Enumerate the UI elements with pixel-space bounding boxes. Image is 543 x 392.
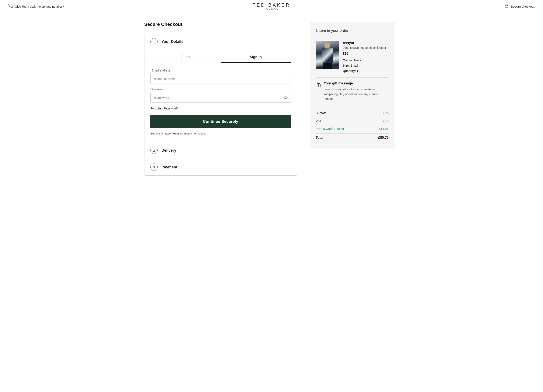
promo-value: £14.25: [379, 127, 389, 131]
step-2-card: 2 Delivery: [144, 142, 297, 159]
gift-title: Your gift message: [324, 81, 389, 85]
secure-checkout-text: Secure checkout: [511, 5, 535, 8]
privacy-policy-link[interactable]: Privacy Policy: [161, 132, 180, 135]
step-1-label: Your Details: [161, 40, 183, 44]
password-wrapper: [150, 93, 291, 103]
svg-point-2: [285, 97, 286, 97]
step-1-content: Guest Sign In *Email address *Password: [144, 50, 297, 142]
gift-section: Your gift message Lorem ipsum dolor sit …: [316, 81, 389, 101]
step-3-header: 3 Payment: [144, 159, 297, 176]
promo-label: Promo Code (-15%): [316, 127, 344, 131]
product-price: £95: [343, 52, 389, 56]
privacy-prefix: See our: [150, 132, 161, 135]
tab-guest[interactable]: Guest: [150, 52, 221, 63]
divider-2: [316, 77, 389, 78]
email-input[interactable]: [150, 74, 291, 84]
divider-1: [316, 37, 389, 37]
step-1-number: 1: [150, 38, 158, 45]
email-group: *Email address: [150, 69, 291, 84]
divider-3: [316, 105, 389, 105]
password-toggle-icon[interactable]: [283, 96, 288, 100]
step-2-label: Delivery: [161, 148, 176, 153]
tab-signin[interactable]: Sign In: [221, 52, 291, 63]
quantity-value: 1: [356, 69, 358, 73]
subtotal-label: Subtotal: [316, 111, 327, 115]
product-info: Assynt Long sleeve house check jumper £9…: [343, 41, 389, 74]
privacy-suffix: for more information.: [180, 132, 206, 135]
colour-label: Colour:: [343, 58, 353, 62]
step-3-number: 3: [150, 164, 158, 171]
subtotal-value: £76: [383, 111, 389, 115]
product-row: Assynt Long sleeve house check jumper £9…: [316, 41, 389, 74]
vat-row: VAT £19: [316, 117, 389, 125]
brand-name: TED BAKER: [253, 2, 291, 8]
forgot-password-link[interactable]: Forgotten Password?: [150, 107, 179, 110]
header-phone[interactable]: Give Ted a Call: <telephone number>: [8, 4, 64, 9]
brand-logo: TED BAKER LONDON: [253, 2, 291, 11]
gift-text: Lorem ipsum dolor sit amet, consetetur s…: [324, 87, 389, 101]
product-image: [316, 41, 339, 69]
main-layout: Secure Checkout 1 Your Details Guest Sig…: [136, 13, 407, 391]
gift-icon: [316, 82, 321, 88]
quantity-label: Quantity:: [343, 69, 356, 73]
phone-label: Give Ted a Call: <telephone number>: [15, 5, 64, 8]
email-label: *Email address: [150, 69, 291, 72]
step-3-label: Payment: [161, 165, 177, 170]
step-2-header: 2 Delivery: [144, 142, 297, 159]
continue-button[interactable]: Continue Securely: [150, 115, 291, 128]
site-header: Give Ted a Call: <telephone number> TED …: [0, 0, 543, 13]
step-1-card: 1 Your Details Guest Sign In *Email addr…: [144, 33, 297, 142]
step-2-number: 2: [150, 147, 158, 154]
product-name: Assynt: [343, 41, 389, 45]
totals: Subtotal £76 VAT £19 Promo Code (-15%) £…: [316, 109, 389, 142]
privacy-note: See our Privacy Policy for more informat…: [150, 132, 291, 135]
vat-value: £19: [383, 119, 389, 123]
svg-rect-0: [505, 6, 508, 8]
size-label: Size:: [343, 64, 350, 67]
product-meta: Colour: Navy Size: Small Quantity: 1: [343, 58, 389, 74]
right-column: 1 item in your order Assynt Long sleeve …: [310, 22, 395, 383]
total-value: £80.75: [378, 136, 389, 140]
brand-sub: LONDON: [253, 8, 291, 11]
gift-content: Your gift message Lorem ipsum dolor sit …: [324, 81, 389, 101]
svg-point-1: [283, 96, 287, 98]
step-3-card: 3 Payment: [144, 159, 297, 176]
secure-checkout-label: Secure checkout: [504, 4, 535, 9]
lock-icon: [504, 4, 509, 9]
vat-label: VAT: [316, 119, 321, 123]
phone-icon: [8, 4, 13, 9]
colour-value: Navy: [354, 58, 361, 62]
product-desc: Long sleeve house check jumper: [343, 46, 389, 50]
size-value: Small: [351, 64, 358, 67]
grand-total-row: Total £80.75: [316, 133, 389, 142]
password-input[interactable]: [150, 93, 291, 103]
password-group: *Password: [150, 88, 291, 103]
promo-row: Promo Code (-15%) £14.25: [316, 125, 389, 133]
password-label: *Password: [150, 88, 291, 91]
subtotal-row: Subtotal £76: [316, 109, 389, 117]
order-summary: 1 item in your order Assynt Long sleeve …: [310, 22, 395, 148]
order-title: 1 item in your order: [316, 28, 389, 33]
page-title: Secure Checkout: [144, 22, 297, 27]
step-1-header: 1 Your Details: [144, 33, 297, 50]
total-label: Total: [316, 136, 323, 140]
auth-tabs: Guest Sign In: [150, 52, 291, 63]
left-column: Secure Checkout 1 Your Details Guest Sig…: [144, 22, 297, 383]
